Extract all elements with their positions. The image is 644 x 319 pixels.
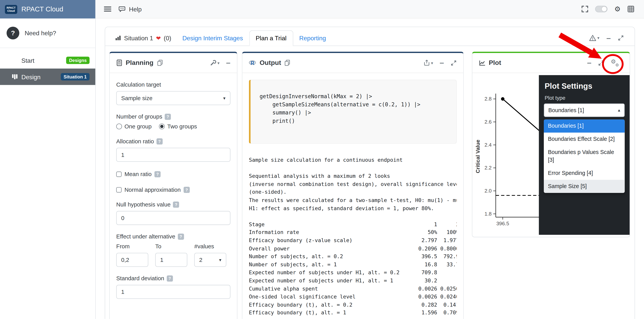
- output-line: Information rate 50% 100%: [249, 228, 456, 237]
- help-badge-icon[interactable]: ?: [154, 171, 161, 177]
- planning-title-wrap: Planning: [116, 59, 154, 66]
- hamburger-menu-icon[interactable]: [104, 6, 111, 12]
- grid-icon[interactable]: [628, 6, 634, 12]
- tab-reporting[interactable]: Reporting: [293, 31, 332, 45]
- standard-deviation-text: Standard deviation: [116, 275, 164, 282]
- y-tick: 2.0: [484, 188, 492, 194]
- line-chart-icon: [479, 60, 486, 66]
- expand-icon[interactable]: [618, 35, 624, 41]
- allocation-ratio-text: Allocation ratio: [116, 138, 154, 144]
- help-badge-icon[interactable]: ?: [167, 275, 173, 282]
- theme-toggle[interactable]: [595, 6, 607, 12]
- effect-to-input[interactable]: [155, 253, 187, 267]
- help-badge-icon[interactable]: ?: [156, 138, 162, 144]
- output-line: (inverse normal combination test design)…: [249, 180, 456, 188]
- expand-icon[interactable]: [598, 60, 604, 66]
- one-group-radio[interactable]: One group: [116, 123, 152, 130]
- plot-title-wrap: Plot: [479, 59, 501, 66]
- effect-from-input[interactable]: [116, 253, 148, 267]
- app-window: RPACT Cloud RPACT Cloud ? Need help? Sta…: [0, 0, 644, 319]
- plot-body: 2.8 2.6 2.4 2.2 2.0 1.8 396.5 Critical V…: [472, 73, 630, 235]
- plot-type-label: Plot type: [544, 95, 624, 101]
- plot-type-select[interactable]: Boundaries [1] ▴: [544, 103, 625, 117]
- output-line: Stage 1 2: [249, 220, 456, 229]
- number-of-groups-text: Number of groups: [116, 113, 162, 120]
- output-line: Efficacy boundary (t), alt. = 0.2 0.282 …: [249, 301, 456, 309]
- help-badge-icon[interactable]: ?: [165, 113, 171, 120]
- number-of-groups-label: Number of groups ?: [116, 113, 230, 120]
- effect-text: Effect under alternative: [116, 233, 176, 240]
- sidebar-header: RPACT Cloud RPACT Cloud: [0, 0, 95, 18]
- checkbox-icon: [116, 187, 122, 192]
- number-of-groups-radios: One group Two groups: [116, 123, 230, 130]
- tab-situation[interactable]: Situation 1 ❤ (0): [110, 31, 176, 45]
- plot-type-option[interactable]: Sample Size [5]: [544, 180, 625, 193]
- effect-values-col: #values 2 ▾: [194, 243, 226, 267]
- null-hypothesis-text: Null hypothesis value: [116, 201, 170, 208]
- plot-settings-gears-button[interactable]: ⚙ ⚙: [611, 59, 619, 66]
- output-line: Number of subjects, alt. = 0.2 396.5 792…: [249, 253, 456, 261]
- heart-icon[interactable]: ❤: [156, 35, 161, 41]
- output-header: R Output: [242, 53, 463, 73]
- two-groups-radio[interactable]: Two groups: [159, 123, 197, 130]
- situation-tab-label: Situation 1: [124, 34, 153, 41]
- warnings-dropdown[interactable]: ▾: [589, 34, 600, 41]
- caret-down-icon: ▾: [223, 95, 226, 101]
- topbar: Help ⚙: [96, 0, 644, 18]
- tab-plan-a-trial[interactable]: Plan a Trial: [249, 30, 293, 46]
- plot-type-option[interactable]: Boundaries p Values Scale [3]: [544, 146, 625, 167]
- expand-icon[interactable]: [450, 60, 457, 66]
- normal-approximation-checkbox-row[interactable]: Normal approximation ?: [116, 186, 230, 193]
- output-body: getDesignInverseNormal(kMax = 2) |> getS…: [242, 73, 463, 319]
- values-value: 2: [199, 257, 202, 263]
- x-tick: 396.5: [496, 221, 509, 226]
- help-badge-icon[interactable]: ?: [173, 201, 179, 208]
- help-badge-icon[interactable]: ?: [178, 233, 184, 240]
- gear-icon[interactable]: ⚙: [614, 5, 620, 12]
- plot-panel: Plot –: [472, 52, 630, 237]
- mean-ratio-checkbox-row[interactable]: Mean ratio ?: [116, 171, 230, 177]
- export-icon: [424, 59, 430, 66]
- question-circle-icon: ?: [6, 27, 20, 39]
- help-button[interactable]: Help: [118, 5, 142, 12]
- sidebar-item-design[interactable]: Design Situation 1: [0, 68, 95, 85]
- output-line: Overall power 0.2096 0.8000: [249, 244, 456, 253]
- bar-chart-icon: [115, 35, 121, 41]
- effect-to-col: To: [155, 243, 187, 267]
- plot-type-option[interactable]: Error Spending [4]: [544, 167, 625, 180]
- need-help-item[interactable]: ? Need help?: [0, 18, 95, 47]
- brand-title: RPACT Cloud: [21, 5, 63, 13]
- planning-form: Calculation target Sample size ▾ Number …: [110, 73, 237, 306]
- y-tick: 2.4: [484, 142, 492, 148]
- calculation-target-select[interactable]: Sample size ▾: [116, 91, 230, 105]
- caret-up-icon: ▴: [618, 107, 620, 113]
- copy-icon[interactable]: [284, 59, 290, 66]
- page-content: Situation 1 ❤ (0) Design Interim Stages …: [96, 18, 644, 319]
- radio-checked-icon: [159, 124, 165, 129]
- null-hypothesis-input[interactable]: [116, 211, 230, 225]
- plot-actions: – ⚙ ⚙: [587, 59, 623, 66]
- tab-design-interim-stages[interactable]: Design Interim Stages: [176, 31, 249, 45]
- help-badge-icon[interactable]: ?: [184, 187, 190, 193]
- export-dropdown[interactable]: ▾: [424, 59, 433, 66]
- two-groups-label: Two groups: [167, 123, 197, 130]
- sidebar-item-start[interactable]: Start Designs: [0, 52, 95, 68]
- sidebar: RPACT Cloud RPACT Cloud ? Need help? Sta…: [0, 0, 96, 319]
- copy-icon[interactable]: [157, 59, 163, 66]
- output-line: Sequential analysis with a maximum of 2 …: [249, 172, 456, 180]
- planning-title: Planning: [126, 59, 154, 66]
- allocation-ratio-input[interactable]: [116, 148, 230, 162]
- standard-deviation-input[interactable]: [116, 285, 230, 299]
- plot-settings-panel: Plot Settings Plot type Boundaries [1] ▴…: [539, 75, 630, 235]
- plot-type-option[interactable]: Boundaries Effect Scale [2]: [544, 133, 625, 146]
- output-line: Expected number of subjects under H1, al…: [249, 277, 456, 285]
- plot-type-option[interactable]: Boundaries [1]: [544, 119, 625, 133]
- fullscreen-icon[interactable]: [582, 6, 588, 12]
- sidebar-divider: [0, 48, 95, 48]
- tools-dropdown[interactable]: ▾: [210, 59, 220, 66]
- caret-down-icon: ▾: [431, 61, 433, 65]
- plot-settings-title: Plot Settings: [544, 82, 624, 91]
- output-title: Output: [260, 59, 281, 66]
- effect-values-select[interactable]: 2 ▾: [194, 253, 226, 267]
- planning-header: Planning: [110, 53, 237, 73]
